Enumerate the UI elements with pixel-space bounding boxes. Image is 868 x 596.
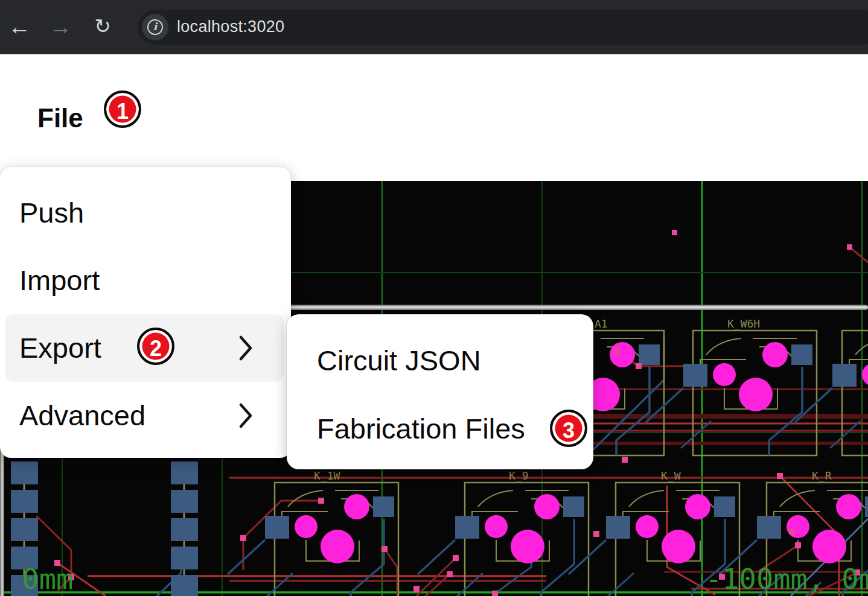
site-info-button[interactable]: i [142,14,168,40]
coordinate-label: -100mm, 0mm [705,562,868,595]
annotation-badge-2: 2 [137,328,174,365]
submenu-item-label: Circuit JSON [317,344,481,376]
footprint-label: K_R [812,469,832,482]
switch-footprint [228,483,398,596]
chevron-right-icon [238,334,254,362]
back-icon[interactable]: ← [2,0,36,54]
chevron-right-icon [238,402,254,430]
menu-item-label: Advanced [19,399,145,431]
browser-toolbar: ← → ↻ i localhost:3020 [0,0,868,54]
menu-item-label: Export [19,332,101,364]
reload-icon[interactable]: ↻ [86,0,120,54]
coordinate-label: -200mm, 0mm [0,562,73,595]
file-dropdown-menu: Push Import Export Advanced [0,167,291,458]
footprint-label: A1 [595,317,608,330]
footprint-label: K_1W [314,469,340,482]
menu-item-push[interactable]: Push [0,179,291,247]
file-menu-button[interactable]: File [37,101,83,135]
menu-item-label: Push [19,197,84,229]
submenu-item-fabrication-files[interactable]: Fabrication Files [287,395,593,463]
submenu-item-circuit-json[interactable]: Circuit JSON [287,327,593,395]
menu-item-label: Import [19,264,100,296]
switch-footprint [646,331,817,455]
address-bar[interactable]: i localhost:3020 [138,10,868,45]
menu-item-import[interactable]: Import [0,247,291,314]
forward-icon[interactable]: → [43,0,77,54]
footprint-label: K_W [661,469,681,482]
annotation-badge-3: 3 [550,410,587,447]
url-text[interactable]: localhost:3020 [177,10,284,45]
menu-item-advanced[interactable]: Advanced [0,382,291,449]
export-submenu: Circuit JSON Fabrication Files [287,314,593,469]
info-icon: i [147,19,163,35]
annotation-badge-1: 1 [104,90,141,128]
submenu-item-label: Fabrication Files [317,413,525,445]
footprint-label: K_W6H [727,317,760,330]
footprint-label: K_9 [509,469,529,482]
